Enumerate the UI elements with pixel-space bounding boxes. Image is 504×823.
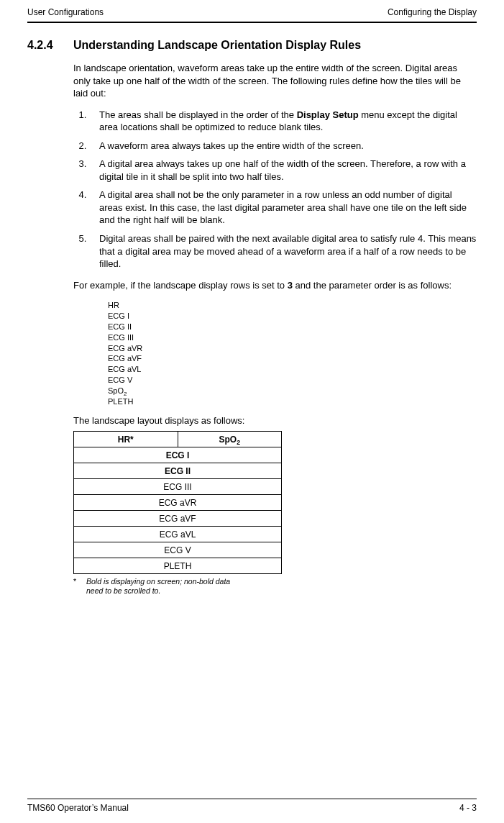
table-footnote: *Bold is displaying on screen; non-bold …: [86, 577, 244, 596]
layout-row: ECG aVR: [74, 495, 282, 511]
running-foot: TMS60 Operator’s Manual 4 - 3: [27, 803, 477, 813]
rule-text-bold: Display Setup: [297, 109, 359, 120]
running-head: User Configurations Configuring the Disp…: [27, 7, 477, 22]
rule-text: Digital areas shall be paired with the n…: [99, 233, 476, 269]
running-head-right: Configuring the Display: [388, 7, 477, 17]
layout-row: PLETH: [74, 558, 282, 574]
footnote-mark: *: [73, 577, 86, 586]
example-intro-bold: 3: [288, 280, 293, 291]
rule-text: A digital area shall not be the only par…: [99, 189, 467, 225]
rule-item: A waveform area always takes up the enti…: [89, 140, 477, 153]
param-item: ECG V: [108, 375, 477, 386]
intro-paragraph: In landscape orientation, waveform areas…: [73, 62, 477, 100]
layout-row: ECG aVF: [74, 511, 282, 527]
parameter-list: HR ECG I ECG II ECG III ECG aVR ECG aVF …: [108, 300, 477, 406]
param-item: ECG II: [108, 322, 477, 332]
footnote-text: Bold is displaying on screen; non-bold d…: [86, 577, 230, 595]
param-item: ECG aVR: [108, 343, 477, 354]
layout-cell-hr: HR*: [74, 432, 178, 447]
param-item: ECG I: [108, 311, 477, 322]
param-item: ECG aVF: [108, 353, 477, 364]
param-item: ECG III: [108, 332, 477, 343]
layout-row: ECG I: [74, 447, 282, 463]
layout-row: ECG III: [74, 479, 282, 495]
layout-row: ECG aVL: [74, 527, 282, 542]
rule-text: A waveform area always takes up the enti…: [99, 140, 364, 151]
param-item: ECG aVL: [108, 364, 477, 375]
rule-item: A digital area shall not be the only par…: [89, 188, 477, 227]
param-item: HR: [108, 300, 477, 311]
rule-text: A digital area always takes up one half …: [99, 158, 466, 182]
running-foot-left: TMS60 Operator’s Manual: [27, 803, 129, 813]
rule-item: A digital area always takes up one half …: [89, 158, 477, 183]
section-heading: 4.2.4 Understanding Landscape Orientatio…: [27, 39, 477, 52]
footer-rule: [27, 799, 477, 799]
layout-row: ECG II: [74, 463, 282, 479]
rules-list: The areas shall be displayed in the orde…: [73, 109, 477, 270]
rule-item: Digital areas shall be paired with the n…: [89, 232, 477, 270]
rule-item: The areas shall be displayed in the orde…: [89, 109, 477, 134]
param-item: SpO2: [108, 386, 477, 396]
param-item: PLETH: [108, 396, 477, 407]
rule-text-pre: The areas shall be displayed in the orde…: [99, 109, 297, 120]
section-number: 4.2.4: [27, 39, 73, 52]
example-intro-post: and the parameter order is as follows:: [293, 280, 452, 291]
running-foot-right: 4 - 3: [459, 803, 477, 813]
section-title: Understanding Landscape Orientation Disp…: [73, 39, 361, 52]
layout-table: HR* SpO2 ECG I ECG II ECG III ECG aVR EC…: [73, 431, 282, 574]
layout-caption: The landscape layout displays as follows…: [73, 414, 477, 427]
header-rule: [27, 22, 477, 23]
layout-row: ECG V: [74, 542, 282, 558]
layout-cell-spo2: SpO2: [178, 432, 282, 447]
section-body: In landscape orientation, waveform areas…: [73, 62, 477, 596]
example-intro: For example, if the landscape display ro…: [73, 279, 477, 292]
running-head-left: User Configurations: [27, 7, 104, 17]
example-intro-pre: For example, if the landscape display ro…: [73, 280, 288, 291]
